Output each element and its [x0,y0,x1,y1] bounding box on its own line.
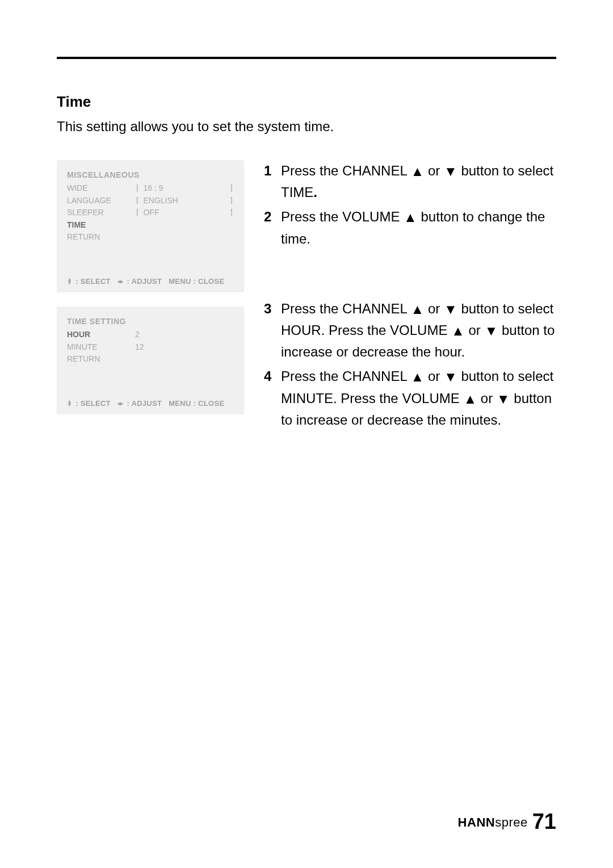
osd-value: OFF [143,207,159,219]
step-number: 2 [264,206,281,249]
osd-row-hour: HOUR 2 [67,329,234,341]
osd-title: MISCELLANEOUS [67,170,234,179]
osd-row-wide: WIDE ⌈ 16 : 9 ⌉ [67,183,234,194]
step-number: 1 [264,160,281,203]
up-down-icon: ▲▼ [67,278,72,284]
down-triangle-icon: ▼ [497,388,510,409]
down-triangle-icon: ▼ [485,320,498,341]
down-triangle-icon: ▼ [444,161,457,182]
instruction-steps: 1 Press the CHANNEL ▲ or ▼ button to sel… [264,160,556,430]
up-triangle-icon: ▲ [411,366,425,387]
step-number: 4 [264,366,281,430]
down-triangle-icon: ▼ [444,366,457,387]
left-right-icon: ◂▸ [117,278,124,284]
osd-footer: ▲▼ : SELECT ◂▸ : ADJUST MENU : CLOSE [67,399,234,408]
up-triangle-icon: ▲ [463,388,477,409]
osd-label: MINUTE [67,342,135,353]
osd-footer: ▲▼ : SELECT ◂▸ : ADJUST MENU : CLOSE [67,277,234,286]
osd-row-return: RETURN [67,232,234,243]
bracket-left-icon: ⌈ [135,195,140,207]
bracket-right-icon: ⌉ [229,207,234,219]
step-text: Press the CHANNEL ▲ or ▼ button to selec… [281,366,556,430]
step-text: Press the CHANNEL ▲ or ▼ button to selec… [281,160,556,203]
osd-label: SLEEPER [67,207,135,219]
brand-light: spree [495,815,528,829]
bracket-right-icon: ⌉ [229,195,234,207]
osd-value: 16 : 9 [143,183,163,194]
osd-footer-menu: MENU : CLOSE [169,399,224,408]
osd-label: RETURN [67,354,135,365]
section-description: This setting allows you to set the syste… [57,119,556,135]
left-right-icon: ◂▸ [117,400,124,406]
step-number: 3 [264,298,281,363]
bracket-left-icon: ⌈ [135,207,140,219]
osd-time-setting: TIME SETTING HOUR 2 MINUTE 12 RETURN ▲▼ … [57,307,244,414]
section-title: Time [57,93,556,111]
up-triangle-icon: ▲ [404,207,417,228]
osd-row-language: LANGUAGE ⌈ ENGLISH ⌉ [67,195,234,207]
page-number: 71 [532,810,556,833]
osd-footer-adjust: : ADJUST [127,399,162,408]
step-2: 2 Press the VOLUME ▲ button to change th… [264,206,556,249]
osd-label: WIDE [67,183,135,194]
up-triangle-icon: ▲ [451,320,465,341]
step-1: 1 Press the CHANNEL ▲ or ▼ button to sel… [264,160,556,203]
step-3: 3 Press the CHANNEL ▲ or ▼ button to sel… [264,298,556,363]
bracket-right-icon: ⌉ [229,183,234,194]
osd-label-active: HOUR [67,329,135,341]
osd-footer-select: : SELECT [75,277,111,286]
osd-miscellaneous: MISCELLANEOUS WIDE ⌈ 16 : 9 ⌉ LANGUAGE ⌈… [57,160,244,292]
osd-footer-select: : SELECT [75,399,111,408]
osd-row-return: RETURN [67,354,234,365]
osd-row-minute: MINUTE 12 [67,342,234,353]
osd-value: 12 [135,342,144,353]
page-footer: HANNspree71 [458,810,556,834]
osd-label-active: TIME [67,220,135,231]
osd-label: LANGUAGE [67,195,135,207]
osd-row-time: TIME [67,220,234,231]
osd-row-sleeper: SLEEPER ⌈ OFF ⌉ [67,207,234,219]
step-4: 4 Press the CHANNEL ▲ or ▼ button to sel… [264,366,556,430]
brand-bold: HANN [458,815,496,829]
up-triangle-icon: ▲ [411,299,425,320]
up-down-icon: ▲▼ [67,400,72,406]
horizontal-rule [57,57,556,59]
osd-value: 2 [135,329,140,341]
osd-value: ENGLISH [143,195,178,207]
osd-title: TIME SETTING [67,317,234,326]
osd-footer-menu: MENU : CLOSE [169,277,224,286]
down-triangle-icon: ▼ [444,299,457,320]
step-text: Press the VOLUME ▲ button to change the … [281,206,556,249]
osd-label: RETURN [67,232,135,243]
step-text: Press the CHANNEL ▲ or ▼ button to selec… [281,298,556,363]
osd-footer-adjust: : ADJUST [127,277,162,286]
bracket-left-icon: ⌈ [135,183,140,194]
up-triangle-icon: ▲ [411,161,425,182]
